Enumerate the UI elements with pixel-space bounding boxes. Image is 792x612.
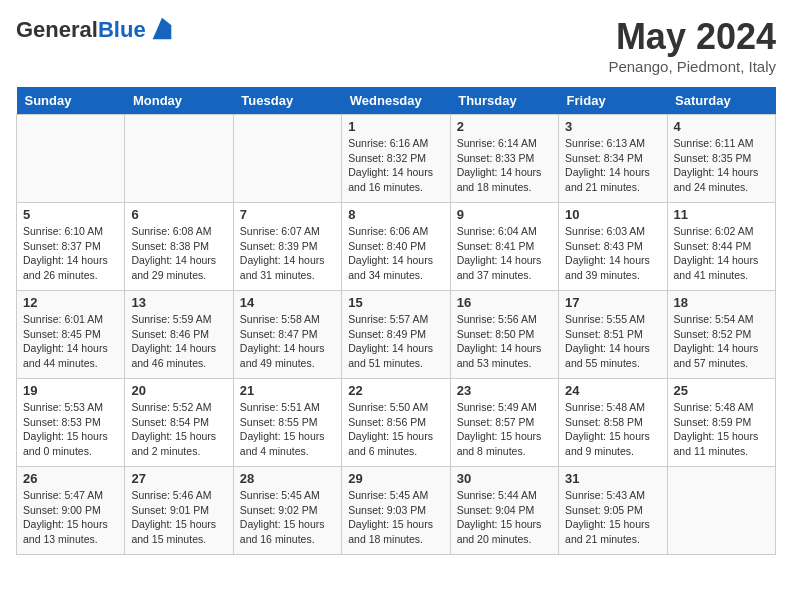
calendar-cell: 17Sunrise: 5:55 AMSunset: 8:51 PMDayligh… — [559, 291, 667, 379]
calendar-cell: 24Sunrise: 5:48 AMSunset: 8:58 PMDayligh… — [559, 379, 667, 467]
days-of-week-header: SundayMondayTuesdayWednesdayThursdayFrid… — [17, 87, 776, 115]
day-info: Sunrise: 5:53 AMSunset: 8:53 PMDaylight:… — [23, 400, 118, 459]
calendar-table: SundayMondayTuesdayWednesdayThursdayFrid… — [16, 87, 776, 555]
calendar-cell: 16Sunrise: 5:56 AMSunset: 8:50 PMDayligh… — [450, 291, 558, 379]
day-number: 26 — [23, 471, 118, 486]
day-number: 13 — [131, 295, 226, 310]
day-number: 18 — [674, 295, 769, 310]
calendar-cell: 22Sunrise: 5:50 AMSunset: 8:56 PMDayligh… — [342, 379, 450, 467]
logo-icon — [148, 16, 176, 44]
calendar-cell: 12Sunrise: 6:01 AMSunset: 8:45 PMDayligh… — [17, 291, 125, 379]
calendar-cell: 4Sunrise: 6:11 AMSunset: 8:35 PMDaylight… — [667, 115, 775, 203]
day-number: 4 — [674, 119, 769, 134]
day-info: Sunrise: 5:55 AMSunset: 8:51 PMDaylight:… — [565, 312, 660, 371]
dow-monday: Monday — [125, 87, 233, 115]
calendar-cell: 20Sunrise: 5:52 AMSunset: 8:54 PMDayligh… — [125, 379, 233, 467]
day-info: Sunrise: 5:51 AMSunset: 8:55 PMDaylight:… — [240, 400, 335, 459]
day-info: Sunrise: 6:02 AMSunset: 8:44 PMDaylight:… — [674, 224, 769, 283]
dow-sunday: Sunday — [17, 87, 125, 115]
dow-saturday: Saturday — [667, 87, 775, 115]
logo: GeneralBlue — [16, 16, 176, 44]
dow-friday: Friday — [559, 87, 667, 115]
day-number: 28 — [240, 471, 335, 486]
week-row-4: 19Sunrise: 5:53 AMSunset: 8:53 PMDayligh… — [17, 379, 776, 467]
day-info: Sunrise: 6:08 AMSunset: 8:38 PMDaylight:… — [131, 224, 226, 283]
page-header: GeneralBlue May 2024 Penango, Piedmont, … — [16, 16, 776, 75]
day-number: 7 — [240, 207, 335, 222]
day-info: Sunrise: 6:10 AMSunset: 8:37 PMDaylight:… — [23, 224, 118, 283]
day-info: Sunrise: 5:50 AMSunset: 8:56 PMDaylight:… — [348, 400, 443, 459]
calendar-cell: 15Sunrise: 5:57 AMSunset: 8:49 PMDayligh… — [342, 291, 450, 379]
week-row-5: 26Sunrise: 5:47 AMSunset: 9:00 PMDayligh… — [17, 467, 776, 555]
calendar-cell — [125, 115, 233, 203]
calendar-cell: 3Sunrise: 6:13 AMSunset: 8:34 PMDaylight… — [559, 115, 667, 203]
day-number: 2 — [457, 119, 552, 134]
calendar-cell — [233, 115, 341, 203]
day-info: Sunrise: 6:13 AMSunset: 8:34 PMDaylight:… — [565, 136, 660, 195]
day-number: 27 — [131, 471, 226, 486]
calendar-cell: 26Sunrise: 5:47 AMSunset: 9:00 PMDayligh… — [17, 467, 125, 555]
calendar-cell: 5Sunrise: 6:10 AMSunset: 8:37 PMDaylight… — [17, 203, 125, 291]
day-info: Sunrise: 5:54 AMSunset: 8:52 PMDaylight:… — [674, 312, 769, 371]
day-number: 6 — [131, 207, 226, 222]
day-info: Sunrise: 5:52 AMSunset: 8:54 PMDaylight:… — [131, 400, 226, 459]
day-number: 22 — [348, 383, 443, 398]
month-title: May 2024 — [608, 16, 776, 58]
day-number: 8 — [348, 207, 443, 222]
calendar-cell: 11Sunrise: 6:02 AMSunset: 8:44 PMDayligh… — [667, 203, 775, 291]
day-number: 31 — [565, 471, 660, 486]
day-number: 17 — [565, 295, 660, 310]
calendar-cell: 10Sunrise: 6:03 AMSunset: 8:43 PMDayligh… — [559, 203, 667, 291]
week-row-2: 5Sunrise: 6:10 AMSunset: 8:37 PMDaylight… — [17, 203, 776, 291]
dow-thursday: Thursday — [450, 87, 558, 115]
day-info: Sunrise: 5:46 AMSunset: 9:01 PMDaylight:… — [131, 488, 226, 547]
calendar-cell: 30Sunrise: 5:44 AMSunset: 9:04 PMDayligh… — [450, 467, 558, 555]
week-row-3: 12Sunrise: 6:01 AMSunset: 8:45 PMDayligh… — [17, 291, 776, 379]
calendar-cell: 2Sunrise: 6:14 AMSunset: 8:33 PMDaylight… — [450, 115, 558, 203]
calendar-cell: 19Sunrise: 5:53 AMSunset: 8:53 PMDayligh… — [17, 379, 125, 467]
day-info: Sunrise: 5:57 AMSunset: 8:49 PMDaylight:… — [348, 312, 443, 371]
day-info: Sunrise: 6:14 AMSunset: 8:33 PMDaylight:… — [457, 136, 552, 195]
calendar-cell: 23Sunrise: 5:49 AMSunset: 8:57 PMDayligh… — [450, 379, 558, 467]
logo-blue: Blue — [98, 17, 146, 42]
logo-general: General — [16, 17, 98, 42]
day-info: Sunrise: 6:11 AMSunset: 8:35 PMDaylight:… — [674, 136, 769, 195]
calendar-cell: 14Sunrise: 5:58 AMSunset: 8:47 PMDayligh… — [233, 291, 341, 379]
calendar-cell: 13Sunrise: 5:59 AMSunset: 8:46 PMDayligh… — [125, 291, 233, 379]
day-number: 10 — [565, 207, 660, 222]
svg-marker-0 — [152, 18, 171, 39]
day-info: Sunrise: 5:48 AMSunset: 8:59 PMDaylight:… — [674, 400, 769, 459]
day-number: 5 — [23, 207, 118, 222]
calendar-cell — [667, 467, 775, 555]
location-subtitle: Penango, Piedmont, Italy — [608, 58, 776, 75]
day-number: 1 — [348, 119, 443, 134]
calendar-cell: 31Sunrise: 5:43 AMSunset: 9:05 PMDayligh… — [559, 467, 667, 555]
day-info: Sunrise: 6:01 AMSunset: 8:45 PMDaylight:… — [23, 312, 118, 371]
day-number: 24 — [565, 383, 660, 398]
calendar-cell: 27Sunrise: 5:46 AMSunset: 9:01 PMDayligh… — [125, 467, 233, 555]
title-block: May 2024 Penango, Piedmont, Italy — [608, 16, 776, 75]
day-info: Sunrise: 5:44 AMSunset: 9:04 PMDaylight:… — [457, 488, 552, 547]
calendar-cell: 8Sunrise: 6:06 AMSunset: 8:40 PMDaylight… — [342, 203, 450, 291]
day-info: Sunrise: 6:16 AMSunset: 8:32 PMDaylight:… — [348, 136, 443, 195]
day-info: Sunrise: 5:48 AMSunset: 8:58 PMDaylight:… — [565, 400, 660, 459]
day-info: Sunrise: 5:45 AMSunset: 9:02 PMDaylight:… — [240, 488, 335, 547]
calendar-cell: 18Sunrise: 5:54 AMSunset: 8:52 PMDayligh… — [667, 291, 775, 379]
calendar-cell: 25Sunrise: 5:48 AMSunset: 8:59 PMDayligh… — [667, 379, 775, 467]
day-number: 29 — [348, 471, 443, 486]
day-number: 20 — [131, 383, 226, 398]
week-row-1: 1Sunrise: 6:16 AMSunset: 8:32 PMDaylight… — [17, 115, 776, 203]
day-info: Sunrise: 5:47 AMSunset: 9:00 PMDaylight:… — [23, 488, 118, 547]
day-number: 3 — [565, 119, 660, 134]
day-info: Sunrise: 6:04 AMSunset: 8:41 PMDaylight:… — [457, 224, 552, 283]
day-info: Sunrise: 5:49 AMSunset: 8:57 PMDaylight:… — [457, 400, 552, 459]
calendar-cell: 1Sunrise: 6:16 AMSunset: 8:32 PMDaylight… — [342, 115, 450, 203]
dow-tuesday: Tuesday — [233, 87, 341, 115]
day-info: Sunrise: 6:07 AMSunset: 8:39 PMDaylight:… — [240, 224, 335, 283]
day-number: 23 — [457, 383, 552, 398]
day-info: Sunrise: 6:06 AMSunset: 8:40 PMDaylight:… — [348, 224, 443, 283]
day-info: Sunrise: 5:58 AMSunset: 8:47 PMDaylight:… — [240, 312, 335, 371]
day-number: 19 — [23, 383, 118, 398]
dow-wednesday: Wednesday — [342, 87, 450, 115]
day-number: 12 — [23, 295, 118, 310]
